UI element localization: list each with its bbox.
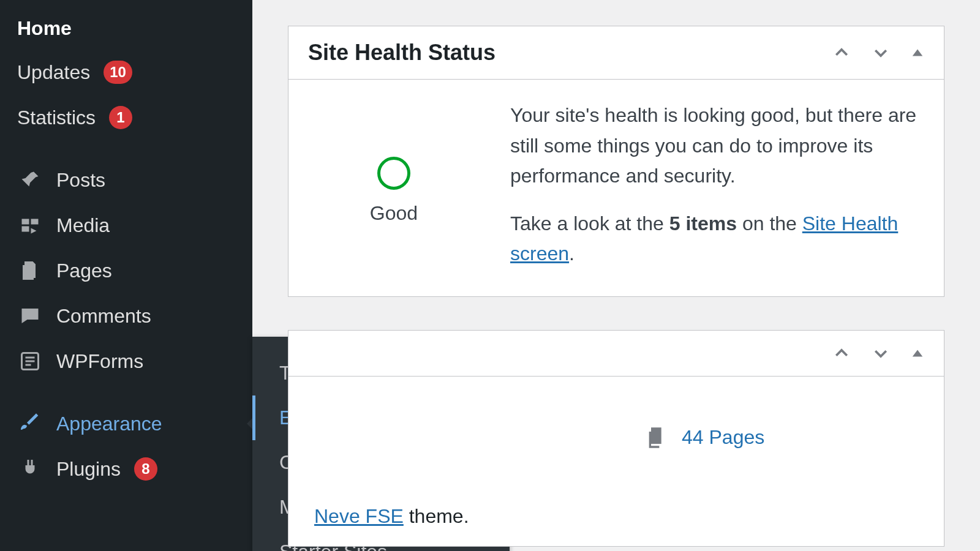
sidebar-item-posts[interactable]: Posts — [0, 157, 252, 203]
sidebar-item-statistics[interactable]: Statistics 1 — [0, 95, 252, 140]
sidebar-item-label: Pages — [56, 260, 112, 282]
move-up-button[interactable] — [832, 344, 851, 362]
plugins-count-badge: 8 — [134, 457, 157, 481]
pin-icon — [17, 167, 43, 193]
sidebar-item-label: Comments — [56, 305, 151, 328]
sidebar-item-home[interactable]: Home — [0, 0, 252, 50]
brush-icon — [17, 411, 43, 437]
theme-link[interactable]: Neve FSE — [314, 505, 404, 527]
panel-header: Site Health Status — [288, 26, 944, 80]
sidebar-item-plugins[interactable]: Plugins 8 — [0, 446, 252, 492]
health-items-count: 5 items — [669, 212, 737, 234]
active-theme-text: Neve FSE theme. — [314, 505, 918, 528]
site-health-panel: Site Health Status Good Your site's heal… — [288, 26, 944, 297]
pages-stat-link[interactable]: 44 Pages — [645, 425, 918, 450]
media-icon — [17, 212, 43, 238]
sidebar-item-label: Statistics — [17, 107, 96, 129]
statistics-count-badge: 1 — [109, 106, 132, 129]
health-desc-text: Your site's health is looking good, but … — [510, 100, 918, 192]
plug-icon — [17, 456, 43, 482]
pages-count-label: 44 Pages — [682, 426, 764, 449]
sidebar-item-appearance[interactable]: Appearance — [0, 401, 252, 446]
health-description: Your site's health is looking good, but … — [510, 100, 918, 269]
sidebar-item-media[interactable]: Media — [0, 203, 252, 248]
sidebar-item-label: Appearance — [56, 413, 162, 435]
at-a-glance-panel: 44 Pages Neve FSE theme. — [288, 330, 944, 547]
sidebar-item-updates[interactable]: Updates 10 — [0, 50, 252, 95]
move-down-button[interactable] — [872, 43, 890, 62]
move-down-button[interactable] — [872, 344, 890, 362]
move-up-button[interactable] — [832, 43, 851, 62]
panel-body: Good Your site's health is looking good,… — [288, 80, 944, 296]
panel-body: 44 Pages Neve FSE theme. — [288, 377, 944, 546]
form-icon — [17, 348, 43, 374]
admin-sidebar: Home Updates 10 Statistics 1 Posts Media… — [0, 0, 252, 551]
sidebar-item-comments[interactable]: Comments — [0, 293, 252, 339]
sidebar-item-label: Home — [17, 17, 72, 40]
health-cta-text: Take a look at the 5 items on the Site H… — [510, 209, 918, 269]
update-count-badge: 10 — [104, 61, 132, 84]
sidebar-item-pages[interactable]: Pages — [0, 248, 252, 293]
health-status-circle-icon — [377, 157, 410, 190]
panel-controls — [832, 344, 924, 362]
sidebar-item-label: Plugins — [56, 458, 121, 481]
panel-controls — [832, 43, 924, 62]
sidebar-item-wpforms[interactable]: WPForms — [0, 339, 252, 384]
sidebar-item-label: Posts — [56, 169, 105, 192]
sidebar-item-label: Media — [56, 214, 110, 237]
sidebar-divider — [0, 384, 252, 401]
panel-title: Site Health Status — [308, 40, 496, 66]
panel-header — [288, 331, 944, 377]
comment-icon — [17, 303, 43, 329]
pages-icon — [17, 258, 43, 283]
dashboard-content: Site Health Status Good Your site's heal… — [252, 0, 980, 551]
health-status-label: Good — [370, 202, 418, 225]
sidebar-divider — [0, 140, 252, 157]
sidebar-item-label: Updates — [17, 61, 90, 84]
toggle-panel-button[interactable] — [911, 46, 924, 59]
sidebar-item-label: WPForms — [56, 350, 143, 373]
toggle-panel-button[interactable] — [911, 347, 924, 360]
health-indicator: Good — [314, 100, 473, 269]
pages-icon — [645, 425, 669, 450]
